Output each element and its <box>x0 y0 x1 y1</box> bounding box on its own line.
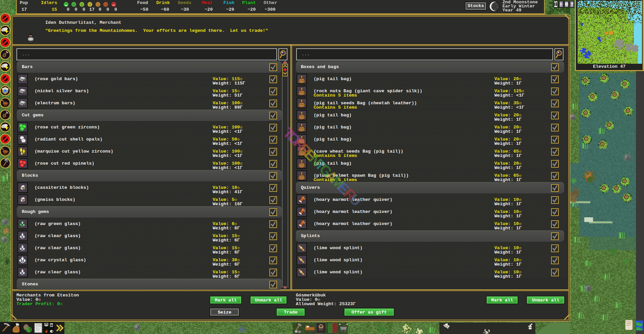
svg-text:?: ? <box>571 2 573 7</box>
svg-text:⚙: ⚙ <box>565 2 568 7</box>
